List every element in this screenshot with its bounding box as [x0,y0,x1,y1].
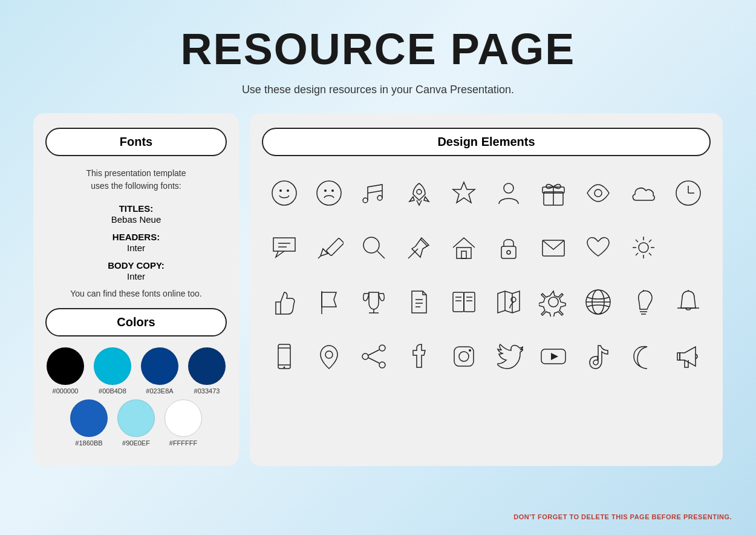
svg-point-6 [363,198,368,203]
right-panel: Design Elements [250,113,723,466]
svg-point-30 [507,251,510,254]
footer-note: DON'T FORGET TO DELETE THIS PAGE BEFORE … [513,513,732,520]
color-swatch-lightcyan [117,399,155,437]
svg-line-38 [649,253,651,255]
cloud-icon [622,172,665,214]
svg-rect-27 [457,248,471,258]
color-item-white: #FFFFFF [165,399,202,447]
body-font: BODY COPY: Inter [45,260,227,281]
color-row-2: #1860BB #90E0EF #FFFFFF [45,399,227,447]
color-label-cyan: #00B4D8 [99,387,126,395]
color-row-1: #000000 #00B4D8 #023E8A #033473 [45,347,227,395]
gear-icon [532,281,575,323]
svg-point-2 [287,189,289,192]
flag-icon [308,281,350,323]
color-label-lightcyan: #90E0EF [122,439,150,447]
trophy-icon [353,281,395,323]
book-icon [443,281,485,323]
icon-row-1 [262,167,711,219]
svg-line-39 [649,240,651,242]
headers-font: HEADERS: Inter [45,232,227,253]
svg-point-9 [417,189,422,194]
color-swatch-navy [188,347,226,385]
icon-row-4 [262,330,711,382]
page-subtitle: Use these design resources in your Canva… [242,84,514,96]
svg-point-71 [284,367,285,369]
document-icon [398,281,440,323]
eye-icon [577,172,619,214]
left-panel: Fonts This presentation template uses th… [33,113,239,466]
svg-line-76 [368,350,379,355]
color-swatch-cyan [94,347,131,385]
heart-icon [577,226,619,269]
svg-marker-82 [551,353,558,360]
location-icon [308,335,350,378]
svg-point-80 [469,349,471,352]
svg-point-4 [324,189,327,192]
color-swatch-darkblue [141,347,178,385]
colors-header: Colors [45,308,227,336]
color-label-black: #000000 [53,387,79,395]
svg-line-24 [377,251,385,258]
bulb-icon [622,281,665,323]
youtube-icon [532,335,575,378]
moon-icon [622,335,665,378]
svg-point-0 [272,181,296,205]
pin-icon [398,226,440,269]
svg-point-15 [595,189,602,197]
color-item-lightcyan: #90E0EF [117,399,155,447]
color-swatch-white [165,399,202,437]
color-item-black: #000000 [47,347,84,395]
sad-icon [308,172,350,214]
svg-point-73 [379,345,385,351]
icons-grid [262,167,711,382]
svg-line-77 [368,358,379,363]
color-item-cyan: #00B4D8 [94,347,131,395]
bell-icon [667,281,709,323]
icon-row-2 [262,222,711,274]
color-swatch-black [47,347,84,385]
smile-icon [263,172,305,214]
person-icon [487,172,530,214]
svg-point-1 [279,189,282,192]
search-icon [353,226,395,269]
facebook-icon [398,335,440,378]
sun-icon [622,226,665,269]
svg-line-37 [636,240,638,242]
globe-icon [577,281,619,323]
share-icon [353,335,395,378]
fonts-header: Fonts [45,128,227,156]
music-icon [353,172,395,214]
svg-point-79 [459,352,469,361]
svg-point-11 [504,183,513,193]
svg-marker-10 [453,182,475,203]
clock-icon [667,172,709,214]
svg-marker-55 [498,291,520,313]
home-icon [443,226,485,269]
color-swatch-blue [70,399,108,437]
svg-rect-29 [501,246,516,258]
thumbsup-icon [263,281,305,323]
pencil-icon [308,226,350,269]
svg-point-74 [379,362,385,368]
color-item-darkblue: #023E8A [141,347,178,395]
svg-point-7 [377,195,382,200]
svg-point-32 [639,243,648,252]
gift-icon [532,172,575,214]
font-find-note: You can find these fonts online too. [45,289,227,298]
svg-point-5 [331,189,334,192]
star-icon [443,172,485,214]
color-item-navy: #033473 [188,347,226,395]
svg-line-40 [636,253,638,255]
icon-row-3 [262,276,711,328]
svg-point-59 [549,297,558,307]
color-label-darkblue: #023E8A [146,387,173,395]
font-description: This presentation template uses the foll… [45,167,227,192]
svg-point-75 [362,353,368,359]
lock-icon [487,226,530,269]
svg-line-8 [368,191,382,193]
megaphone-icon [667,335,709,378]
svg-point-3 [317,181,341,205]
main-content: Fonts This presentation template uses th… [33,113,723,466]
svg-point-72 [325,351,333,358]
